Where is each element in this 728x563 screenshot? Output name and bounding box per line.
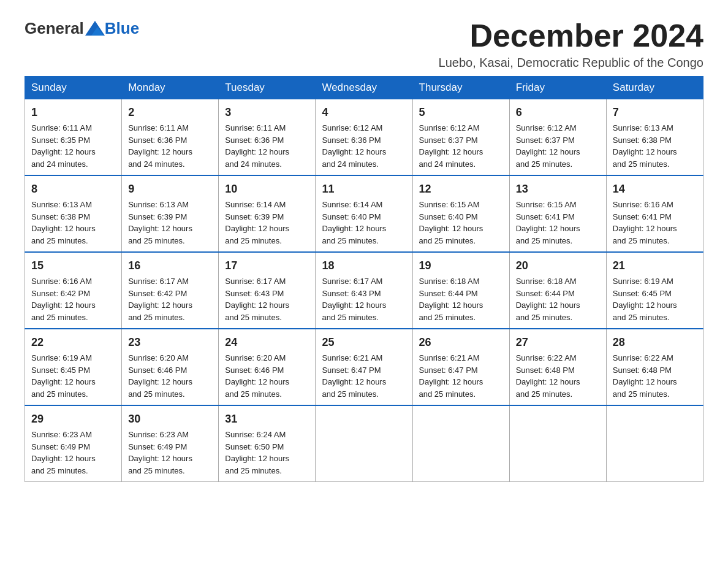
day-info: Sunrise: 6:20 AMSunset: 6:46 PMDaylight:… [225,352,309,400]
calendar-cell: 26Sunrise: 6:21 AMSunset: 6:47 PMDayligh… [412,329,509,405]
calendar-cell: 28Sunrise: 6:22 AMSunset: 6:48 PMDayligh… [606,329,703,405]
logo: General Blue [25,18,139,38]
day-info: Sunrise: 6:15 AMSunset: 6:41 PMDaylight:… [516,199,600,247]
day-number: 15 [31,258,115,274]
calendar-cell: 8Sunrise: 6:13 AMSunset: 6:38 PMDaylight… [25,175,122,252]
day-number: 12 [419,181,503,197]
day-number: 3 [225,104,309,121]
day-info: Sunrise: 6:12 AMSunset: 6:37 PMDaylight:… [419,122,503,170]
day-number: 7 [613,104,697,121]
logo-text-blue: Blue [105,19,139,38]
calendar-cell: 4Sunrise: 6:12 AMSunset: 6:36 PMDaylight… [316,99,412,176]
day-info: Sunrise: 6:12 AMSunset: 6:36 PMDaylight:… [322,122,406,170]
day-number: 9 [128,181,212,197]
day-info: Sunrise: 6:14 AMSunset: 6:39 PMDaylight:… [225,199,309,247]
day-info: Sunrise: 6:16 AMSunset: 6:41 PMDaylight:… [613,199,697,247]
calendar-cell: 11Sunrise: 6:14 AMSunset: 6:40 PMDayligh… [316,175,412,252]
day-info: Sunrise: 6:12 AMSunset: 6:37 PMDaylight:… [516,122,600,170]
day-number: 5 [419,104,503,121]
logo-icon [85,18,105,38]
day-number: 1 [31,104,115,121]
weekday-header-row: SundayMondayTuesdayWednesdayThursdayFrid… [25,77,703,99]
day-number: 13 [516,181,600,197]
calendar-cell: 1Sunrise: 6:11 AMSunset: 6:35 PMDaylight… [25,99,122,176]
day-info: Sunrise: 6:17 AMSunset: 6:43 PMDaylight:… [322,275,406,323]
calendar-cell: 24Sunrise: 6:20 AMSunset: 6:46 PMDayligh… [219,329,316,405]
day-info: Sunrise: 6:11 AMSunset: 6:36 PMDaylight:… [225,122,309,170]
weekday-header-wednesday: Wednesday [316,77,412,99]
calendar-cell: 15Sunrise: 6:16 AMSunset: 6:42 PMDayligh… [25,252,122,329]
calendar-cell: 27Sunrise: 6:22 AMSunset: 6:48 PMDayligh… [509,329,606,405]
day-info: Sunrise: 6:23 AMSunset: 6:49 PMDaylight:… [128,429,212,477]
day-number: 18 [322,258,406,274]
day-info: Sunrise: 6:11 AMSunset: 6:36 PMDaylight:… [128,122,212,170]
calendar-cell: 19Sunrise: 6:18 AMSunset: 6:44 PMDayligh… [412,252,509,329]
day-info: Sunrise: 6:15 AMSunset: 6:40 PMDaylight:… [419,199,503,247]
calendar-cell: 13Sunrise: 6:15 AMSunset: 6:41 PMDayligh… [509,175,606,252]
day-number: 29 [31,411,115,427]
calendar-cell [412,405,509,482]
day-info: Sunrise: 6:13 AMSunset: 6:38 PMDaylight:… [613,122,697,170]
calendar-cell: 16Sunrise: 6:17 AMSunset: 6:42 PMDayligh… [122,252,219,329]
calendar-week-row: 22Sunrise: 6:19 AMSunset: 6:45 PMDayligh… [25,329,703,405]
calendar-cell: 18Sunrise: 6:17 AMSunset: 6:43 PMDayligh… [316,252,412,329]
day-info: Sunrise: 6:18 AMSunset: 6:44 PMDaylight:… [516,275,600,323]
day-number: 27 [516,334,600,351]
day-number: 17 [225,258,309,274]
calendar-cell: 31Sunrise: 6:24 AMSunset: 6:50 PMDayligh… [219,405,316,482]
day-number: 31 [225,411,309,427]
day-number: 25 [322,334,406,351]
day-info: Sunrise: 6:20 AMSunset: 6:46 PMDaylight:… [128,352,212,400]
day-number: 14 [613,181,697,197]
calendar-cell: 29Sunrise: 6:23 AMSunset: 6:49 PMDayligh… [25,405,122,482]
calendar-cell: 7Sunrise: 6:13 AMSunset: 6:38 PMDaylight… [606,99,703,176]
day-info: Sunrise: 6:11 AMSunset: 6:35 PMDaylight:… [31,122,115,170]
calendar-cell [606,405,703,482]
day-number: 16 [128,258,212,274]
weekday-header-tuesday: Tuesday [219,77,316,99]
day-info: Sunrise: 6:23 AMSunset: 6:49 PMDaylight:… [31,429,115,477]
day-number: 19 [419,258,503,274]
calendar-cell: 17Sunrise: 6:17 AMSunset: 6:43 PMDayligh… [219,252,316,329]
calendar-cell: 5Sunrise: 6:12 AMSunset: 6:37 PMDaylight… [412,99,509,176]
calendar-body: 1Sunrise: 6:11 AMSunset: 6:35 PMDaylight… [25,99,703,482]
calendar-cell: 30Sunrise: 6:23 AMSunset: 6:49 PMDayligh… [122,405,219,482]
day-info: Sunrise: 6:16 AMSunset: 6:42 PMDaylight:… [31,275,115,323]
weekday-header-saturday: Saturday [606,77,703,99]
logo-text-general: General [25,19,84,38]
calendar-cell: 21Sunrise: 6:19 AMSunset: 6:45 PMDayligh… [606,252,703,329]
calendar-cell: 20Sunrise: 6:18 AMSunset: 6:44 PMDayligh… [509,252,606,329]
day-number: 20 [516,258,600,274]
calendar-cell: 22Sunrise: 6:19 AMSunset: 6:45 PMDayligh… [25,329,122,405]
title-block: December 2024 Luebo, Kasai, Democratic R… [439,18,703,70]
day-info: Sunrise: 6:19 AMSunset: 6:45 PMDaylight:… [31,352,115,400]
day-number: 26 [419,334,503,351]
day-info: Sunrise: 6:17 AMSunset: 6:43 PMDaylight:… [225,275,309,323]
day-number: 6 [516,104,600,121]
page-header: General Blue December 2024 Luebo, Kasai,… [25,18,703,70]
day-info: Sunrise: 6:18 AMSunset: 6:44 PMDaylight:… [419,275,503,323]
calendar-cell: 6Sunrise: 6:12 AMSunset: 6:37 PMDaylight… [509,99,606,176]
calendar-week-row: 29Sunrise: 6:23 AMSunset: 6:49 PMDayligh… [25,405,703,482]
day-info: Sunrise: 6:21 AMSunset: 6:47 PMDaylight:… [419,352,503,400]
location-title: Luebo, Kasai, Democratic Republic of the… [439,56,703,70]
calendar-cell [316,405,412,482]
calendar-cell: 25Sunrise: 6:21 AMSunset: 6:47 PMDayligh… [316,329,412,405]
calendar-week-row: 8Sunrise: 6:13 AMSunset: 6:38 PMDaylight… [25,175,703,252]
calendar-week-row: 1Sunrise: 6:11 AMSunset: 6:35 PMDaylight… [25,99,703,176]
calendar-cell: 23Sunrise: 6:20 AMSunset: 6:46 PMDayligh… [122,329,219,405]
day-number: 24 [225,334,309,351]
day-number: 2 [128,104,212,121]
weekday-header-friday: Friday [509,77,606,99]
calendar-cell: 10Sunrise: 6:14 AMSunset: 6:39 PMDayligh… [219,175,316,252]
weekday-header-sunday: Sunday [25,77,122,99]
day-info: Sunrise: 6:19 AMSunset: 6:45 PMDaylight:… [613,275,697,323]
day-number: 21 [613,258,697,274]
day-info: Sunrise: 6:13 AMSunset: 6:39 PMDaylight:… [128,199,212,247]
calendar-table: SundayMondayTuesdayWednesdayThursdayFrid… [25,76,703,482]
day-info: Sunrise: 6:21 AMSunset: 6:47 PMDaylight:… [322,352,406,400]
month-title: December 2024 [439,18,703,53]
calendar-cell: 12Sunrise: 6:15 AMSunset: 6:40 PMDayligh… [412,175,509,252]
day-number: 4 [322,104,406,121]
day-number: 28 [613,334,697,351]
